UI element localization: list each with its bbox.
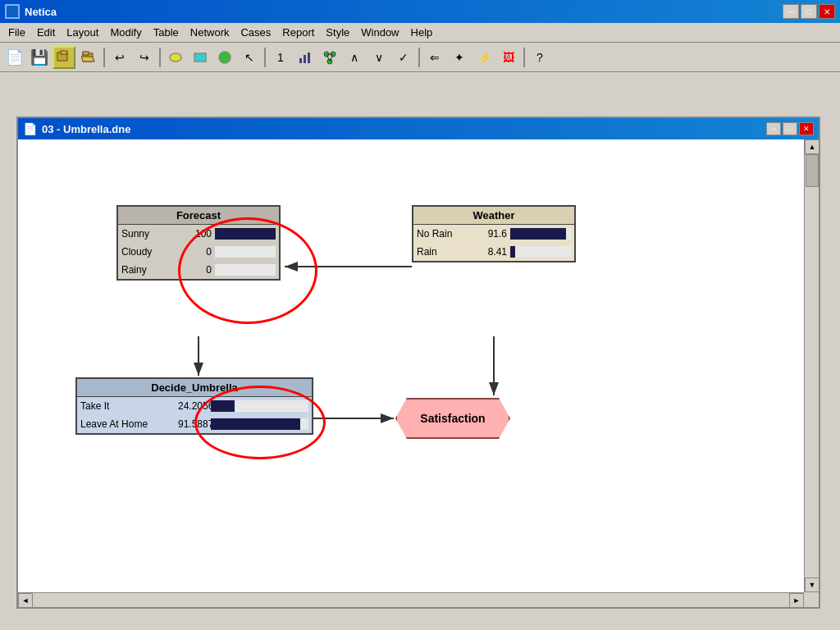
minimize-button[interactable]: ─ [783,4,799,19]
svg-rect-9 [308,52,310,63]
tb-circle[interactable] [213,46,236,69]
tb-check[interactable]: ✓ [392,46,415,69]
app-titlebar: Netica ─ □ ✕ [0,0,840,23]
tb-undo[interactable]: ↩ [108,46,131,69]
toolbar-sep-1 [103,48,105,67]
svg-rect-3 [83,52,89,55]
tb-redo[interactable]: ↪ [133,46,156,69]
menu-modify[interactable]: Modify [105,25,146,40]
tb-1[interactable]: 1 [269,46,292,69]
app-title: Netica [25,6,57,18]
tb-new[interactable]: 📄 [3,46,26,69]
tb-open1[interactable] [52,46,75,69]
tb-oval[interactable] [164,46,187,69]
toolbar-sep-2 [159,48,161,67]
tb-leftarrow[interactable]: ⇐ [423,46,446,69]
menu-file[interactable]: File [3,25,30,40]
toolbar-sep-5 [523,48,525,67]
menu-window[interactable]: Window [356,25,404,40]
svg-rect-1 [61,51,67,54]
svg-rect-7 [299,58,302,63]
tb-open2[interactable] [77,46,100,69]
tb-img[interactable]: 🖼 [497,46,520,69]
svg-point-4 [170,53,181,62]
toolbar-sep-3 [264,48,266,67]
menu-edit[interactable]: Edit [32,25,60,40]
maximize-button[interactable]: □ [801,4,817,19]
toolbar-sep-4 [418,48,420,67]
tb-help[interactable]: ? [528,46,551,69]
svg-rect-8 [304,55,306,63]
menubar: File Edit Layout Modify Table Network Ca… [0,23,840,43]
menu-cases[interactable]: Cases [235,25,276,40]
tb-chart[interactable] [294,46,317,69]
menu-help[interactable]: Help [406,25,438,40]
app-icon [5,4,20,19]
tb-rect[interactable] [189,46,212,69]
menu-layout[interactable]: Layout [62,25,103,40]
titlebar-buttons: ─ □ ✕ [783,4,835,19]
close-button[interactable]: ✕ [819,4,835,19]
svg-rect-5 [194,53,206,62]
menu-style[interactable]: Style [321,25,354,40]
tb-arrow[interactable]: ↖ [238,46,261,69]
tb-caret-down[interactable]: ∨ [368,46,390,69]
svg-point-6 [219,52,231,63]
menu-table[interactable]: Table [148,25,184,40]
menu-report[interactable]: Report [277,25,319,40]
tb-star[interactable]: ✦ [448,46,471,69]
tb-caret-up[interactable]: ∧ [343,46,366,69]
toolbar: 📄 💾 ↩ ↪ ↖ 1 ∧ ∨ ✓ ⇐ ✦ ⚡ 🖼 ? [0,43,840,72]
tb-network[interactable] [318,46,341,69]
menu-network[interactable]: Network [185,25,235,40]
tb-save[interactable]: 💾 [28,46,51,69]
tb-lightning[interactable]: ⚡ [472,46,495,69]
